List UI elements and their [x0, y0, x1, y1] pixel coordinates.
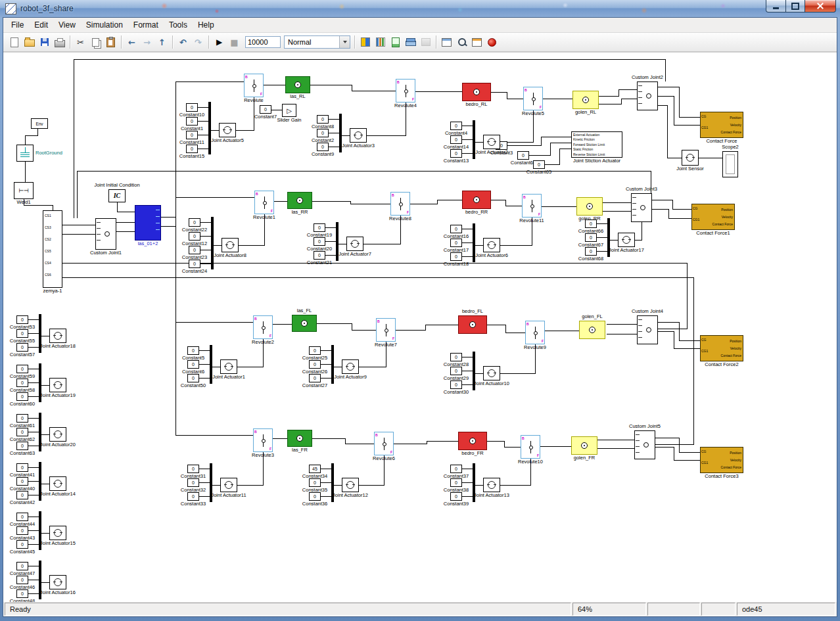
block-bedro-fr[interactable] [458, 432, 487, 450]
block-mux[interactable] [339, 114, 342, 152]
block-custom-joint1[interactable] [95, 218, 116, 250]
block-constant29[interactable]: 0 [450, 367, 462, 375]
block-golen-fl[interactable] [579, 321, 605, 339]
block-constant58[interactable]: 0 [16, 379, 28, 387]
block-constant45[interactable]: 0 [16, 540, 28, 549]
block-constant11[interactable]: 0 [186, 131, 198, 139]
block-constant23[interactable]: 0 [189, 246, 200, 254]
titlebar[interactable]: robot_3f_share [0, 0, 840, 17]
block-mux[interactable] [39, 561, 41, 599]
block-scope2[interactable] [722, 151, 738, 177]
signal-wire[interactable] [236, 97, 254, 130]
find-in-model-button[interactable] [455, 35, 469, 49]
profiler-button[interactable] [373, 35, 387, 49]
block-mux[interactable] [211, 217, 214, 269]
block-constant17[interactable]: 0 [450, 239, 462, 247]
signal-wire[interactable] [500, 344, 535, 373]
block-constant7[interactable]: 0 [260, 105, 271, 114]
block-rootground[interactable] [16, 145, 34, 162]
combo-dropdown-button[interactable] [339, 36, 350, 48]
block-mux[interactable] [208, 102, 211, 154]
block-constant4[interactable]: 0 [450, 122, 462, 130]
block-mux[interactable] [473, 352, 475, 390]
block-revolute6[interactable]: BF [374, 432, 394, 455]
nav-up-button[interactable]: ↑ [155, 35, 169, 49]
block-constant63[interactable]: 0 [16, 442, 28, 450]
menu-file[interactable]: File [6, 19, 29, 31]
sim-mode-select[interactable]: Normal [284, 35, 350, 49]
block-contact-force2[interactable]: CGCG1PositionVelocityContact Force [700, 335, 743, 361]
debug-button[interactable] [485, 35, 499, 49]
block-constant2[interactable]: 0 [317, 129, 329, 137]
block-mux[interactable] [336, 222, 338, 261]
update-diagram-button[interactable] [358, 35, 372, 49]
block-constant38[interactable]: 0 [450, 478, 462, 487]
block-joint-initial-condition[interactable]: IC [108, 189, 126, 202]
block-constant60[interactable]: 0 [16, 392, 28, 401]
signal-wire[interactable] [317, 323, 376, 330]
model-browser-button[interactable] [440, 35, 454, 49]
block-las-fr[interactable] [287, 430, 312, 447]
copy-button[interactable] [89, 35, 103, 49]
block-contact-force[interactable]: CGCG1PositionVelocityContact Force [700, 112, 743, 138]
block-revolute10[interactable]: BF [521, 435, 540, 459]
signal-wire[interactable] [487, 441, 521, 447]
block-constant32[interactable]: 0 [187, 478, 199, 487]
signal-wire[interactable] [363, 216, 400, 244]
block-constant24[interactable]: 0 [189, 260, 200, 268]
block-constant9[interactable]: 0 [317, 143, 329, 151]
library-browser-button[interactable] [404, 35, 417, 49]
block-constant68[interactable]: 0 [585, 247, 597, 256]
block-constant48[interactable]: 0 [16, 589, 28, 598]
block-revolute5[interactable]: BF [523, 87, 543, 110]
block-joint-actuator10[interactable] [483, 366, 500, 380]
block-las-01-2[interactable] [135, 205, 161, 241]
signal-wire[interactable] [658, 87, 700, 117]
block-mux[interactable] [473, 223, 475, 262]
block-constant64[interactable]: 0 [517, 151, 529, 160]
signal-wire[interactable] [239, 214, 264, 245]
coverage-button[interactable] [388, 35, 402, 49]
close-button[interactable] [805, 0, 836, 12]
signal-wire[interactable] [491, 200, 522, 206]
block-constant26[interactable]: 0 [309, 360, 321, 369]
signal-wire[interactable] [652, 209, 691, 218]
block-constant30[interactable]: 0 [450, 380, 462, 389]
signal-wire[interactable] [24, 199, 53, 210]
redo-button[interactable]: ↷ [191, 35, 205, 49]
save-model-button[interactable] [37, 35, 51, 49]
signal-wire[interactable] [77, 171, 651, 218]
signal-wire[interactable] [599, 99, 637, 104]
block-mux[interactable] [331, 463, 334, 502]
block-revolute8[interactable]: BF [390, 192, 410, 216]
block-constant55[interactable]: 0 [16, 329, 28, 338]
signal-wire[interactable] [655, 447, 700, 460]
block-mux[interactable] [473, 120, 475, 159]
signal-wire[interactable] [117, 202, 135, 212]
signal-wire[interactable] [500, 459, 530, 485]
block-constant62[interactable]: 0 [16, 428, 28, 436]
minimize-button[interactable] [766, 0, 786, 12]
block-joint-actuator20[interactable] [49, 427, 66, 442]
block-constant14[interactable]: 0 [450, 135, 462, 144]
block-custom-joint3[interactable] [631, 193, 652, 222]
block-constant35[interactable]: 0 [309, 478, 321, 487]
block-constant65[interactable]: 0 [533, 160, 545, 169]
block-golen-fr[interactable] [571, 436, 597, 455]
block-joint-actuator8[interactable] [222, 238, 239, 252]
block-revolute3[interactable]: BF [253, 428, 273, 452]
signal-wire[interactable] [312, 201, 390, 204]
start-simulation-button[interactable]: ▶ [212, 35, 226, 49]
block-custom-joint2[interactable] [637, 81, 658, 110]
block-zemya-1[interactable]: CS1CS3CS2CS5CS4CS6 [43, 210, 62, 288]
maximize-button[interactable] [786, 0, 805, 12]
block-joint-actuator13[interactable] [483, 478, 500, 492]
block-mux[interactable] [39, 511, 41, 550]
nav-forward-button[interactable]: → [140, 35, 154, 49]
block-golen-rr[interactable] [576, 197, 603, 216]
block-contact-force1[interactable]: CGCG1PositionVelocityContact Force [691, 204, 735, 230]
print-button[interactable] [53, 35, 66, 49]
block-constant43[interactable]: 0 [16, 526, 28, 535]
block-mux[interactable] [39, 413, 41, 451]
block-custom-joint5[interactable] [634, 430, 655, 459]
